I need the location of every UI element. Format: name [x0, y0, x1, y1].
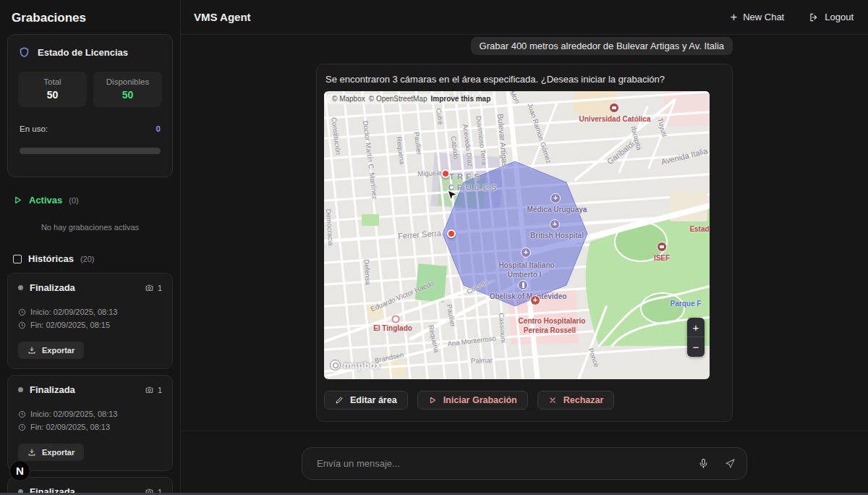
license-usage-bar — [20, 148, 161, 154]
recording-status: Finalizada — [30, 384, 75, 395]
recording-end-time: Fin: 02/09/2025, 08:13 — [30, 420, 110, 433]
camera-marker[interactable] — [447, 229, 456, 238]
map-label: Centro Hospitalario — [519, 317, 586, 325]
clock-icon — [18, 321, 26, 329]
stop-square-icon — [13, 255, 22, 263]
camera-icon — [145, 385, 154, 394]
send-button[interactable] — [725, 458, 736, 469]
recording-card: Finalizada 1 Inicio: 02/09/2025, 08:13 — [7, 375, 173, 471]
send-icon — [725, 458, 736, 469]
message-input[interactable] — [315, 457, 698, 470]
play-icon — [13, 195, 22, 205]
active-empty-text: No hay grabaciones activas — [7, 223, 173, 232]
map-label: British Hospital — [530, 232, 584, 240]
composer — [181, 431, 868, 494]
play-icon — [428, 396, 437, 405]
map-label: Hospital Italiano — [498, 261, 554, 269]
microphone-icon — [698, 458, 709, 469]
active-recordings-section[interactable]: Activas (0) — [13, 195, 167, 206]
camera-count-value: 1 — [158, 386, 162, 394]
logout-icon — [809, 12, 819, 22]
status-dot — [18, 285, 23, 290]
license-total-label: Total — [18, 77, 87, 86]
export-button[interactable]: Exportar — [18, 342, 84, 359]
header: VMS Agent + New Chat Logout — [181, 0, 868, 35]
uni-marker[interactable] — [657, 242, 667, 252]
recordings-list: Finalizada 1 Inicio: 02/09/2025, 08:13 — [7, 273, 173, 495]
shield-icon — [18, 46, 30, 59]
map-label: Estad — [689, 225, 709, 233]
edit-area-label: Editar área — [350, 395, 397, 405]
active-section-count: (0) — [69, 196, 78, 205]
uni-marker[interactable] — [609, 103, 619, 113]
redcross-marker[interactable] — [530, 295, 540, 305]
map-attribution[interactable]: © Mapbox © OpenStreetMap Improve this ma… — [327, 94, 495, 104]
map-label: Pereira Rossell — [524, 326, 576, 334]
license-available-box: Disponibles 50 — [93, 72, 162, 107]
map-label: El Tinglado — [373, 324, 412, 332]
download-icon — [27, 448, 36, 457]
main-panel: VMS Agent + New Chat Logout Grabar 400 m… — [181, 0, 868, 495]
osm-attribution[interactable]: © OpenStreetMap — [369, 95, 427, 103]
mouse-cursor-icon — [447, 190, 458, 204]
map-label: Médica Uruguaya — [527, 206, 587, 213]
logout-label: Logout — [825, 12, 854, 22]
assistant-message-card: Se encontraron 3 cámaras en el área espe… — [316, 64, 733, 422]
map-label: ISEF — [654, 254, 670, 262]
map-label: Umberto I — [508, 271, 542, 279]
reject-button[interactable]: Rechazar — [537, 391, 615, 410]
improve-map-link[interactable]: Improve this map — [430, 95, 490, 103]
map-zoom-control: + − — [687, 318, 705, 357]
reject-label: Rechazar — [563, 395, 604, 405]
mapbox-attribution[interactable]: © Mapbox — [332, 95, 365, 103]
hospital-marker[interactable] — [550, 193, 561, 203]
monument-marker[interactable] — [518, 280, 528, 290]
message-input-box — [302, 447, 747, 480]
export-button-label: Exportar — [42, 448, 75, 457]
start-recording-button[interactable]: Iniciar Grabación — [417, 391, 528, 410]
zoom-out-button[interactable]: − — [687, 337, 705, 357]
map-label: Universidad Católica — [579, 115, 651, 123]
start-recording-label: Iniciar Grabación — [443, 395, 517, 405]
camera-icon — [145, 283, 154, 292]
assistant-actions: Editar área Iniciar Grabación Rechazar — [324, 391, 725, 410]
export-button[interactable]: Exportar — [18, 444, 84, 461]
mapbox-logo[interactable]: mapbox — [330, 360, 381, 371]
new-chat-label: New Chat — [743, 12, 784, 22]
edit-area-button[interactable]: Editar área — [324, 391, 408, 410]
app-window: Grabaciones Estado de Licencias Total 50… — [0, 0, 868, 495]
historic-recordings-section[interactable]: Históricas (20) — [13, 253, 167, 264]
export-button-label: Exportar — [42, 346, 75, 355]
cursor-overlay-badge: N — [9, 460, 30, 481]
historic-section-label: Históricas — [28, 253, 74, 264]
clock-icon — [18, 308, 26, 316]
license-available-value: 50 — [93, 89, 162, 101]
mapbox-logo-label: mapbox — [344, 360, 381, 371]
mapbox-logo-icon — [330, 360, 341, 371]
hospital-marker[interactable] — [521, 248, 531, 258]
map-label: Parque F — [671, 300, 702, 308]
new-chat-button[interactable]: + New Chat — [729, 9, 786, 26]
camera-marker[interactable] — [441, 169, 450, 178]
camera-count-value: 1 — [158, 284, 162, 292]
microphone-button[interactable] — [698, 458, 709, 469]
historic-section-count: (20) — [80, 255, 95, 263]
zoom-in-button[interactable]: + — [687, 318, 705, 337]
map-base-layer — [324, 91, 710, 379]
status-dot — [18, 387, 23, 392]
recording-end-time: Fin: 02/09/2025, 08:15 — [30, 318, 110, 331]
license-in-use-label: En uso: — [20, 124, 48, 133]
license-total-box: Total 50 — [18, 72, 87, 107]
chat-region: Grabar 400 metros alrededor de Bulevar A… — [181, 35, 868, 431]
license-card-title: Estado de Licencias — [38, 47, 128, 58]
recording-card: Finalizada 1 Inicio: 02/09/2025, 08:13 — [7, 273, 173, 369]
map[interactable]: © Mapbox © OpenStreetMap Improve this ma… — [324, 91, 710, 379]
license-total-value: 50 — [18, 89, 87, 101]
sidebar: Grabaciones Estado de Licencias Total 50… — [0, 0, 181, 495]
hospital-marker[interactable] — [550, 219, 560, 229]
pin-marker[interactable] — [392, 316, 400, 323]
logout-button[interactable]: Logout — [807, 9, 855, 25]
plus-icon: + — [731, 12, 737, 23]
app-title: VMS Agent — [194, 11, 251, 23]
map-label: TRES — [449, 172, 482, 181]
